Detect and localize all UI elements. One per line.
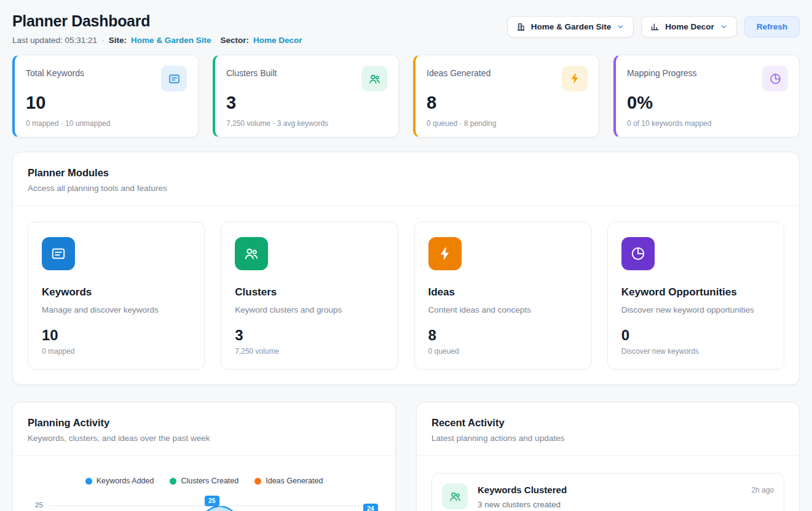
stat-value: 3 bbox=[226, 93, 387, 113]
module-card-keyword-opportunities[interactable]: Keyword Opportunities Discover new keywo… bbox=[607, 222, 784, 370]
header-controls: Home & Garden Site Home Decor Refresh bbox=[507, 16, 800, 37]
building-icon bbox=[516, 22, 526, 31]
stat-detail: 0 of 10 keywords mapped bbox=[627, 119, 788, 128]
recent-activity-subtitle: Latest planning actions and updates bbox=[432, 434, 784, 443]
chart-legend: Keywords Added Clusters Created Ideas Ge… bbox=[28, 477, 380, 485]
recent-activity-title: Recent Activity bbox=[432, 417, 784, 429]
y-axis-tick: 25 bbox=[35, 501, 43, 509]
module-title: Keyword Opportunities bbox=[621, 286, 770, 298]
stat-detail: 0 mapped · 10 unmapped bbox=[26, 119, 187, 128]
header-left: Planner Dashboard Last updated: 05:31:21… bbox=[12, 12, 302, 45]
pie-chart-icon bbox=[762, 66, 788, 92]
site-selector-value: Home & Garden Site bbox=[531, 22, 612, 31]
pie-chart-icon bbox=[621, 237, 655, 270]
legend-label: Ideas Generated bbox=[266, 477, 323, 485]
activity-item-timestamp: 2h ago bbox=[751, 483, 774, 494]
module-description: Content ideas and concepts bbox=[428, 305, 577, 314]
legend-dot-blue bbox=[85, 478, 92, 485]
module-value: 8 bbox=[428, 327, 577, 344]
legend-item-keywords-added: Keywords Added bbox=[85, 477, 154, 485]
module-detail: 7,250 volume bbox=[235, 347, 384, 356]
stat-value: 0% bbox=[627, 93, 788, 113]
document-lines-icon bbox=[42, 237, 75, 270]
lightning-icon bbox=[428, 237, 462, 270]
chevron-down-icon bbox=[617, 23, 625, 31]
planning-activity-title: Planning Activity bbox=[28, 417, 380, 429]
divider bbox=[13, 455, 395, 456]
stat-label: Mapping Progress bbox=[627, 66, 697, 78]
stat-card-total-keywords: Total Keywords 10 0 mapped · 10 unmapped bbox=[12, 55, 199, 138]
legend-label: Keywords Added bbox=[97, 477, 154, 485]
data-point-label: 25 bbox=[205, 496, 219, 506]
bottom-row: Planning Activity Keywords, clusters, an… bbox=[12, 388, 800, 511]
stat-card-clusters-built: Clusters Built 3 7,250 volume · 3 avg ke… bbox=[213, 55, 399, 138]
lightning-icon bbox=[562, 66, 588, 92]
activity-line-chart: 25 25 24 bbox=[28, 495, 380, 511]
activity-list-item: Keywords Clustered 3 new clusters create… bbox=[432, 473, 784, 511]
recent-activity-card: Recent Activity Latest planning actions … bbox=[416, 402, 800, 511]
legend-label: Clusters Created bbox=[181, 477, 238, 485]
stat-label: Ideas Generated bbox=[427, 66, 491, 78]
meta-separator: · bbox=[101, 36, 104, 45]
planner-modules-panel: Planner Modules Access all planning tool… bbox=[12, 152, 800, 385]
legend-item-clusters-created: Clusters Created bbox=[170, 477, 238, 485]
legend-dot-orange bbox=[254, 478, 261, 485]
stat-label: Clusters Built bbox=[226, 66, 277, 78]
users-icon bbox=[235, 237, 268, 270]
sector-label: Sector: bbox=[220, 36, 249, 45]
module-value: 0 bbox=[621, 327, 770, 344]
activity-item-text: Keywords Clustered 3 new clusters create… bbox=[478, 483, 567, 509]
module-value: 10 bbox=[42, 327, 191, 344]
stat-card-mapping-progress: Mapping Progress 0% 0 of 10 keywords map… bbox=[613, 55, 800, 138]
site-selector-dropdown[interactable]: Home & Garden Site bbox=[507, 16, 634, 37]
planning-activity-card: Planning Activity Keywords, clusters, an… bbox=[12, 402, 396, 511]
divider bbox=[13, 205, 799, 206]
last-updated-text: Last updated: 05:31:21 bbox=[12, 36, 97, 45]
data-point-label: 24 bbox=[363, 504, 378, 511]
bar-chart-icon bbox=[650, 22, 660, 31]
page-title: Planner Dashboard bbox=[12, 12, 302, 30]
activity-item-description: 3 new clusters created bbox=[478, 500, 567, 509]
module-detail: 0 mapped bbox=[42, 347, 191, 356]
planner-dashboard-page: Planner Dashboard Last updated: 05:31:21… bbox=[0, 0, 812, 511]
stat-value: 10 bbox=[26, 93, 187, 113]
sector-selector-value: Home Decor bbox=[665, 22, 714, 31]
stats-row: Total Keywords 10 0 mapped · 10 unmapped… bbox=[12, 55, 800, 138]
header-meta: Last updated: 05:31:21 · Site: Home & Ga… bbox=[12, 36, 302, 45]
site-link[interactable]: Home & Garden Site bbox=[131, 36, 211, 45]
module-title: Clusters bbox=[235, 286, 384, 298]
stat-detail: 7,250 volume · 3 avg keywords bbox=[226, 119, 387, 128]
sector-link[interactable]: Home Decor bbox=[253, 36, 302, 45]
keywords-added-series-line bbox=[49, 506, 380, 511]
legend-item-ideas-generated: Ideas Generated bbox=[254, 477, 323, 485]
users-icon bbox=[361, 66, 387, 92]
activity-item-title: Keywords Clustered bbox=[478, 485, 567, 495]
modules-title: Planner Modules bbox=[28, 167, 784, 179]
stat-detail: 0 queued · 8 pending bbox=[427, 119, 588, 128]
module-title: Keywords bbox=[42, 286, 191, 298]
module-title: Ideas bbox=[428, 286, 577, 298]
site-label: Site: bbox=[109, 36, 127, 45]
module-card-clusters[interactable]: Clusters Keyword clusters and groups 3 7… bbox=[221, 222, 398, 370]
module-detail: 0 queued bbox=[428, 347, 577, 356]
module-value: 3 bbox=[235, 327, 384, 344]
planning-activity-subtitle: Keywords, clusters, and ideas over the p… bbox=[28, 434, 380, 443]
modules-subtitle: Access all planning tools and features bbox=[28, 184, 784, 193]
users-icon bbox=[442, 483, 468, 509]
module-description: Discover new keyword opportunities bbox=[621, 305, 770, 314]
chevron-down-icon bbox=[720, 23, 728, 31]
module-card-keywords[interactable]: Keywords Manage and discover keywords 10… bbox=[28, 222, 205, 370]
module-description: Keyword clusters and groups bbox=[235, 305, 384, 314]
document-lines-icon bbox=[161, 66, 187, 92]
stat-value: 8 bbox=[427, 93, 588, 113]
legend-dot-green bbox=[170, 478, 176, 485]
module-description: Manage and discover keywords bbox=[42, 305, 191, 314]
sector-selector-dropdown[interactable]: Home Decor bbox=[641, 16, 737, 37]
module-card-ideas[interactable]: Ideas Content ideas and concepts 8 0 que… bbox=[414, 222, 591, 370]
modules-grid: Keywords Manage and discover keywords 10… bbox=[28, 222, 784, 370]
refresh-button[interactable]: Refresh bbox=[744, 16, 800, 37]
header: Planner Dashboard Last updated: 05:31:21… bbox=[12, 12, 800, 45]
stat-label: Total Keywords bbox=[26, 66, 84, 78]
module-detail: Discover new keywords bbox=[621, 347, 770, 356]
stat-card-ideas-generated: Ideas Generated 8 0 queued · 8 pending bbox=[413, 55, 599, 138]
